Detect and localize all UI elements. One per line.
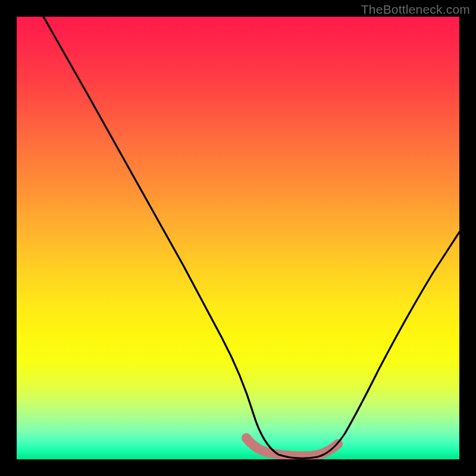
bottleneck-curve-stroke	[43, 17, 459, 458]
chart-stage: TheBottleneck.com	[0, 0, 476, 476]
plot-area	[17, 17, 459, 459]
curve-layer	[17, 17, 459, 459]
watermark-text: TheBottleneck.com	[361, 2, 470, 17]
